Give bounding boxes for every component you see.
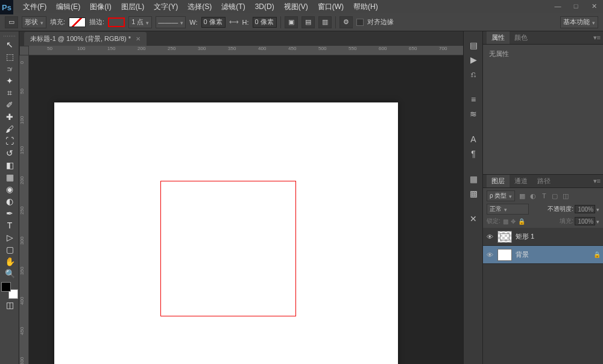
document-tab[interactable]: 未标题-1 @ 100% (背景, RGB/8) * ✕ [24, 32, 147, 46]
lock-all-icon[interactable]: 🔒 [518, 218, 525, 225]
paragraph-panel-icon[interactable]: ¶ [466, 147, 481, 160]
stroke-swatch[interactable] [108, 17, 125, 27]
shape-tool-icon[interactable]: ▢ [1, 243, 18, 256]
path-ops-icon[interactable]: ▣ [285, 16, 298, 28]
panel-grab[interactable] [0, 34, 19, 39]
history-panel-icon[interactable]: ▤ [466, 39, 481, 52]
close-icon[interactable]: ✕ [585, 0, 603, 12]
menu-edit[interactable]: 编辑(E) [52, 1, 84, 13]
panel-menu-icon[interactable]: ▾≡ [593, 34, 601, 42]
play-icon[interactable]: ▶ [466, 53, 481, 66]
lock-pixels-icon[interactable]: ▩ [503, 218, 508, 225]
lasso-tool-icon[interactable]: ⟉ [1, 63, 18, 75]
minimize-icon[interactable]: — [549, 0, 567, 12]
foreground-color[interactable] [1, 282, 11, 292]
workspace-select[interactable]: 基本功能 [560, 16, 598, 28]
ruler-horizontal[interactable]: 5010015020025030035040045050055060065070… [29, 46, 463, 55]
quickmask-icon[interactable]: ◫ [1, 299, 18, 311]
visibility-icon[interactable]: 👁 [485, 233, 494, 241]
opacity-input[interactable] [575, 205, 595, 213]
tool-preset-icon[interactable]: ▭ [5, 16, 18, 28]
stroke-weight-select[interactable]: 1 点 [128, 16, 152, 28]
filter-pixel-icon[interactable]: ▩ [517, 191, 527, 201]
menu-select[interactable]: 选择(S) [184, 1, 215, 13]
type-tool-icon[interactable]: T [1, 219, 18, 231]
styles-panel-icon[interactable]: ▦ [466, 172, 481, 186]
tab-properties[interactable]: 属性 [487, 31, 510, 44]
properties-body: 无属性 [483, 45, 603, 175]
actions-icon[interactable]: ⎌ [466, 67, 481, 81]
opacity-chevron-icon[interactable] [596, 206, 599, 213]
filter-type-icon[interactable]: T [539, 191, 549, 201]
menu-3d[interactable]: 3D(D) [251, 1, 278, 12]
tool-mode-select[interactable]: 形状 [22, 16, 46, 28]
eyedropper-tool-icon[interactable]: ✐ [1, 99, 18, 111]
shape-rectangle[interactable] [160, 181, 296, 316]
menu-image[interactable]: 图像(I) [86, 1, 115, 13]
layer-thumbnail[interactable] [497, 231, 512, 243]
app-icon: Ps [0, 0, 13, 14]
tab-channels[interactable]: 通道 [510, 175, 532, 187]
lock-position-icon[interactable]: ✥ [511, 218, 516, 225]
menu-file[interactable]: 文件(F) [19, 1, 50, 13]
hand-tool-icon[interactable]: ✋ [1, 256, 18, 268]
blur-tool-icon[interactable]: ◉ [1, 183, 18, 195]
pen-tool-icon[interactable]: ✒ [1, 207, 18, 219]
layer-row[interactable]: 👁 背景 🔒 [483, 246, 603, 264]
brush-preset-icon[interactable]: ≋ [466, 107, 481, 121]
tab-layers[interactable]: 图层 [487, 175, 510, 187]
stroke-type-select[interactable]: ——— [156, 16, 186, 28]
stamp-tool-icon[interactable]: ⛶ [1, 135, 18, 147]
menu-help[interactable]: 帮助(H) [350, 1, 382, 13]
brush-panel-icon[interactable]: ≡ [466, 93, 481, 106]
close-dock-icon[interactable]: ✕ [466, 212, 481, 225]
marquee-tool-icon[interactable]: ⬚ [1, 51, 18, 63]
path-sel-tool-icon[interactable]: ▷ [1, 231, 18, 243]
history-brush-tool-icon[interactable]: ↺ [1, 147, 18, 159]
filter-shape-icon[interactable]: ▢ [550, 191, 560, 201]
visibility-icon[interactable]: 👁 [485, 251, 494, 259]
fill-opacity-label: 填充: [560, 217, 573, 225]
ruler-origin[interactable] [19, 46, 29, 55]
menu-view[interactable]: 视图(V) [280, 1, 312, 13]
wand-tool-icon[interactable]: ✦ [1, 75, 18, 87]
move-tool-icon[interactable]: ↖ [1, 39, 18, 51]
tab-paths[interactable]: 路径 [532, 175, 555, 187]
blend-mode-select[interactable]: 正常 [487, 204, 529, 215]
gradient-tool-icon[interactable]: ▦ [1, 171, 18, 183]
layer-thumbnail[interactable] [497, 249, 512, 261]
filter-adjust-icon[interactable]: ◐ [528, 191, 538, 201]
dodge-tool-icon[interactable]: ◐ [1, 195, 18, 207]
eraser-tool-icon[interactable]: ◧ [1, 159, 18, 171]
canvas[interactable] [54, 102, 398, 364]
path-align-icon[interactable]: ▤ [302, 16, 315, 28]
heal-tool-icon[interactable]: ✚ [1, 111, 18, 123]
link-wh-icon[interactable]: ⟷ [229, 18, 239, 26]
layer-row[interactable]: 👁 矩形 1 [483, 228, 603, 246]
fill-opacity-input[interactable] [575, 217, 595, 225]
width-input[interactable] [201, 17, 226, 28]
menu-window[interactable]: 窗口(W) [314, 1, 347, 13]
brush-tool-icon[interactable]: 🖌 [1, 123, 18, 135]
menu-type[interactable]: 文字(Y) [150, 1, 182, 13]
height-input[interactable] [253, 17, 277, 28]
zoom-tool-icon[interactable]: 🔍 [1, 268, 18, 280]
fill-swatch[interactable] [69, 17, 86, 27]
tab-color[interactable]: 颜色 [510, 31, 532, 44]
character-panel-icon[interactable]: A [466, 133, 481, 146]
fill-chevron-icon[interactable] [596, 218, 599, 225]
menu-layer[interactable]: 图层(L) [118, 1, 148, 13]
tab-close-icon[interactable]: ✕ [136, 36, 140, 42]
crop-tool-icon[interactable]: ⌗ [1, 87, 18, 99]
panel-menu-icon[interactable]: ▾≡ [593, 177, 601, 185]
path-arrange-icon[interactable]: ▥ [318, 16, 332, 28]
maximize-icon[interactable]: □ [567, 0, 585, 12]
swatches-panel-icon[interactable]: ▩ [466, 187, 481, 200]
layer-filter-select[interactable]: ρ 类型 [487, 190, 515, 201]
color-swatches[interactable] [1, 282, 18, 299]
gear-icon[interactable]: ⚙ [339, 16, 353, 28]
align-edges-checkbox[interactable] [356, 19, 364, 26]
ruler-vertical[interactable]: 050100150200250300350400450500 [19, 55, 29, 364]
menu-filter[interactable]: 滤镜(T) [218, 1, 248, 13]
filter-smart-icon[interactable]: ◫ [561, 191, 570, 201]
